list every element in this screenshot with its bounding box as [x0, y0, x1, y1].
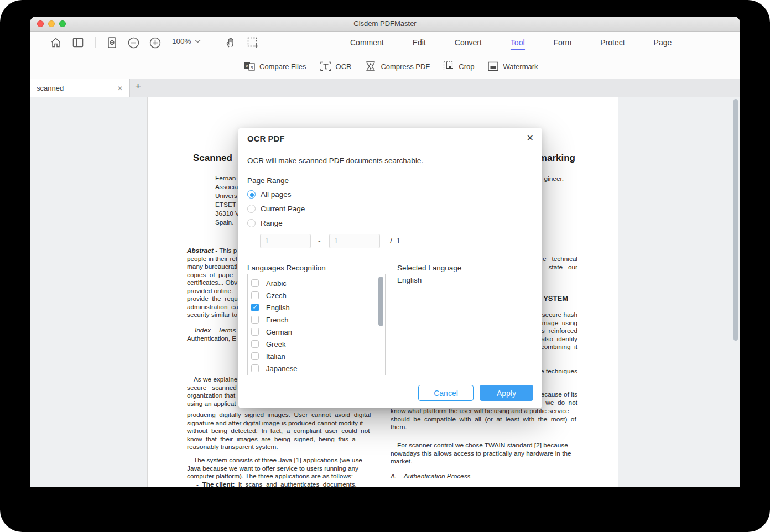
checkbox[interactable] — [251, 364, 259, 372]
window-title: Cisdem PDFMaster — [30, 19, 740, 28]
zoom-out-icon[interactable] — [128, 36, 139, 49]
doc-abstract-line: certificates... Obv — [187, 279, 237, 286]
home-icon[interactable] — [50, 36, 62, 49]
language-row-italian[interactable]: Italian — [248, 350, 385, 362]
radio-all-pages[interactable]: All pages — [247, 190, 292, 199]
dialog-close-icon[interactable]: ✕ — [527, 133, 534, 143]
radio-label: Range — [261, 219, 283, 227]
doc-list-item-line: - The client: it scans and authenticates… — [196, 481, 357, 488]
doc-body-line: reasonably transparent system. — [187, 443, 278, 451]
doc-abstract-line: security similar to — [187, 311, 237, 319]
tab-form[interactable]: Form — [554, 33, 572, 53]
cancel-button[interactable]: Cancel — [418, 385, 474, 401]
zoom-in-icon[interactable] — [149, 36, 161, 49]
language-row-german[interactable]: German — [248, 326, 385, 338]
tab-protect[interactable]: Protect — [600, 33, 625, 53]
apply-button[interactable]: Apply — [480, 385, 533, 401]
tab-close-icon[interactable]: ✕ — [117, 85, 123, 92]
radio-label: Current Page — [261, 205, 305, 213]
doc-abstract-line: many bureaucrati — [187, 263, 237, 270]
compress-pdf-button[interactable]: Compress PDF — [365, 61, 430, 72]
document-tab-label: scanned — [37, 84, 117, 92]
language-label: French — [266, 316, 288, 324]
doc-body-fragment: combining it — [541, 343, 578, 351]
language-label: English — [266, 304, 290, 312]
tab-page[interactable]: Page — [654, 33, 672, 53]
radio-current-page[interactable]: Current Page — [247, 205, 305, 213]
languages-recognition-label: Languages Recognition — [247, 264, 326, 272]
doc-abstract-line: copies of pape — [187, 271, 233, 279]
doc-body-fragment: e techniques — [540, 367, 578, 375]
doc-body-fragment: we do not — [545, 399, 578, 406]
chevron-down-icon — [195, 39, 201, 43]
compress-pdf-label: Compress PDF — [381, 62, 430, 71]
language-row-french[interactable]: French — [248, 314, 385, 326]
tab-edit[interactable]: Edit — [413, 33, 426, 53]
doc-body-line: using an applicat — [187, 400, 236, 408]
doc-author-line: ETSET — [215, 201, 236, 208]
doc-body-line: secure scanned — [187, 384, 237, 392]
sidebar-panel-icon[interactable] — [72, 36, 84, 49]
checkbox-checked[interactable] — [251, 304, 259, 311]
doc-body-fragment: e technical — [543, 255, 578, 263]
range-separator: - — [318, 237, 321, 245]
radio-button[interactable] — [247, 205, 256, 213]
tool-ribbon: v s Compare Files OCR — [30, 54, 740, 79]
ocr-dialog-header: OCR PDF ✕ — [238, 128, 542, 150]
new-tab-button[interactable]: + — [135, 80, 141, 92]
doc-abstract-line: administration ca — [187, 303, 238, 311]
language-row-greek[interactable]: Greek — [248, 338, 385, 350]
radio-button[interactable] — [247, 219, 256, 227]
doc-body-line: without being detected. In fact, a compl… — [187, 427, 370, 435]
radio-range[interactable]: Range — [247, 219, 283, 227]
compare-files-button[interactable]: v s Compare Files — [243, 61, 306, 72]
fit-page-icon[interactable] — [107, 36, 117, 49]
doc-title-left-fragment: Scanned — [193, 153, 232, 164]
checkbox[interactable] — [251, 340, 259, 348]
doc-abstract-line: Abstract - This p — [187, 247, 237, 254]
document-tab-bar: scanned ✕ + — [30, 79, 740, 97]
language-row-japanese[interactable]: Japanese — [248, 362, 385, 374]
doc-body-line: market. — [391, 457, 412, 465]
compare-files-icon: v s — [243, 61, 256, 72]
checkbox[interactable] — [251, 291, 259, 299]
tab-tool[interactable]: Tool — [511, 33, 525, 53]
list-scrollbar[interactable] — [378, 277, 383, 326]
hand-tool-icon[interactable] — [225, 36, 237, 49]
viewer-scrollbar[interactable] — [733, 99, 738, 341]
crop-button[interactable]: Crop — [443, 61, 474, 72]
document-tab[interactable]: scanned ✕ — [30, 79, 130, 97]
doc-body-fragment: secure hash — [542, 311, 578, 319]
checkbox[interactable] — [251, 352, 259, 360]
doc-body-line: producing digitally signed images. User … — [187, 411, 371, 419]
language-label: Japanese — [266, 364, 297, 373]
doc-index-terms-line: Index Terms — [195, 326, 236, 334]
language-row-english[interactable]: English — [248, 301, 385, 314]
doc-body-line: Java because we want to offer service to… — [187, 465, 358, 472]
watermark-icon — [487, 61, 499, 72]
doc-author-line: 36310 V — [215, 210, 240, 217]
checkbox[interactable] — [251, 316, 259, 324]
range-from-input[interactable] — [260, 234, 311, 248]
radio-button[interactable] — [247, 190, 256, 199]
watermark-button[interactable]: Watermark — [487, 61, 538, 72]
tab-comment[interactable]: Comment — [350, 33, 384, 53]
tab-convert[interactable]: Convert — [455, 33, 482, 53]
radio-label: All pages — [261, 190, 292, 199]
doc-body-fragment: ecause of its — [541, 390, 578, 398]
checkbox[interactable] — [251, 279, 259, 287]
select-area-icon[interactable] — [247, 36, 259, 49]
crop-label: Crop — [459, 62, 474, 71]
language-row-partial[interactable] — [248, 374, 385, 375]
language-label: Greek — [266, 340, 285, 348]
screenshot-canvas: Cisdem PDFMaster — [0, 0, 770, 532]
range-to-input[interactable] — [329, 234, 380, 248]
languages-list[interactable]: Arabic Czech English French German Greek… — [247, 274, 386, 375]
ocr-button[interactable]: OCR — [320, 61, 352, 72]
watermark-label: Watermark — [503, 62, 538, 71]
doc-index-terms-line: Authentication, E — [187, 335, 236, 342]
language-row-czech[interactable]: Czech — [248, 289, 385, 301]
zoom-level-dropdown[interactable]: 100% — [172, 37, 201, 45]
language-row-arabic[interactable]: Arabic — [248, 277, 385, 289]
checkbox[interactable] — [251, 328, 259, 336]
